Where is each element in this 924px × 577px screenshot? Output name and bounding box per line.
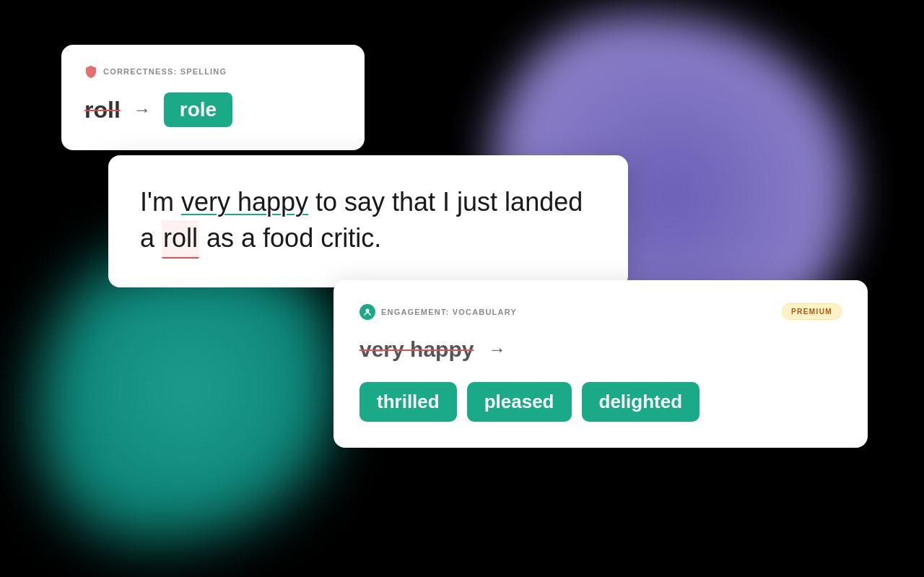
vocab-header: ENGAGEMENT: VOCABULARY PREMIUM xyxy=(359,303,842,320)
line2-after: as a food critic. xyxy=(199,223,381,253)
suggestion-pleased[interactable]: pleased xyxy=(467,382,572,422)
scene: CORRECTNESS: SPELLING roll → role I'm ve… xyxy=(0,0,924,577)
spelling-row: roll → role xyxy=(84,92,341,127)
error-word: roll xyxy=(162,220,199,258)
shield-icon xyxy=(84,65,97,78)
line2-before: a xyxy=(140,223,162,253)
original-word: roll xyxy=(84,97,121,123)
original-phrase: very happy xyxy=(359,337,474,362)
corrected-word: role xyxy=(164,92,232,127)
spelling-card: CORRECTNESS: SPELLING roll → role xyxy=(61,45,365,150)
vocab-header-label: ENGAGEMENT: VOCABULARY xyxy=(381,308,517,316)
suggestion-thrilled[interactable]: thrilled xyxy=(359,382,457,422)
svg-point-0 xyxy=(366,308,370,312)
highlighted-phrase: very happy xyxy=(181,187,308,217)
main-text-card: I'm very happy to say that I just landed… xyxy=(108,155,628,287)
spelling-card-header: CORRECTNESS: SPELLING xyxy=(84,65,341,78)
suggestion-delighted[interactable]: delighted xyxy=(582,382,700,422)
vocabulary-card: ENGAGEMENT: VOCABULARY PREMIUM very happ… xyxy=(334,280,868,448)
vocab-icon xyxy=(359,304,375,320)
suggestions-row: thrilled pleased delighted xyxy=(359,382,842,422)
spelling-header-label: CORRECTNESS: SPELLING xyxy=(103,67,227,76)
vocab-replacement-row: very happy → xyxy=(359,337,842,362)
vocab-arrow: → xyxy=(488,339,505,360)
main-text: I'm very happy to say that I just landed… xyxy=(140,184,596,259)
line1-before: I'm xyxy=(140,187,181,217)
line1-after: to say that I just landed xyxy=(308,187,583,217)
spelling-arrow: → xyxy=(134,100,151,120)
premium-badge: PREMIUM xyxy=(782,303,842,320)
vocab-header-left: ENGAGEMENT: VOCABULARY xyxy=(359,304,517,320)
